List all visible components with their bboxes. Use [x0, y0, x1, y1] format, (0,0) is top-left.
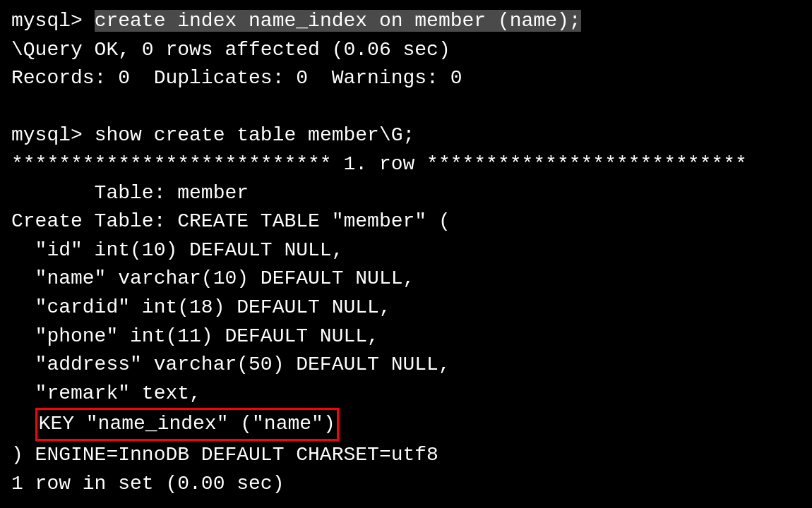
blank-line-4 — [11, 93, 801, 122]
command-text-5: show create table member\G; — [95, 124, 415, 146]
output-line-15: KEY "name_index" ("name") — [11, 408, 801, 441]
blank-line-18 — [11, 498, 801, 508]
output-line-3: Records: 0 Duplicates: 0 Warnings: 0 — [11, 64, 801, 93]
output-line-14: "remark" text, — [11, 380, 801, 409]
output-line-8: Create Table: CREATE TABLE "member" ( — [11, 207, 801, 236]
output-line-16: ) ENGINE=InnoDB DEFAULT CHARSET=utf8 — [11, 441, 801, 470]
output-line-17: 1 row in set (0.00 sec) — [11, 470, 801, 499]
key-before — [11, 413, 35, 435]
command-text-1: create index name_index on member (name)… — [95, 10, 581, 32]
output-line-2: \Query OK, 0 rows affected (0.06 sec) — [11, 36, 801, 65]
prompt-1: mysql> — [11, 10, 95, 32]
output-line-12: "phone" int(11) DEFAULT NULL, — [11, 322, 801, 351]
output-line-13: "address" varchar(50) DEFAULT NULL, — [11, 351, 801, 380]
output-line-9: "id" int(10) DEFAULT NULL, — [11, 236, 801, 265]
output-line-11: "cardid" int(18) DEFAULT NULL, — [11, 294, 801, 322]
key-highlighted-text: KEY "name_index" ("name") — [35, 408, 339, 441]
terminal-window: mysql> create index name_index on member… — [11, 7, 801, 501]
separator-line-6: *************************** 1. row *****… — [11, 150, 801, 179]
output-line-10: "name" varchar(10) DEFAULT NULL, — [11, 265, 801, 294]
prompt-5: mysql> — [11, 124, 95, 146]
output-line-7: Table: member — [11, 179, 801, 208]
command-line-1: mysql> create index name_index on member… — [11, 7, 801, 36]
command-line-5: mysql> show create table member\G; — [11, 121, 801, 150]
